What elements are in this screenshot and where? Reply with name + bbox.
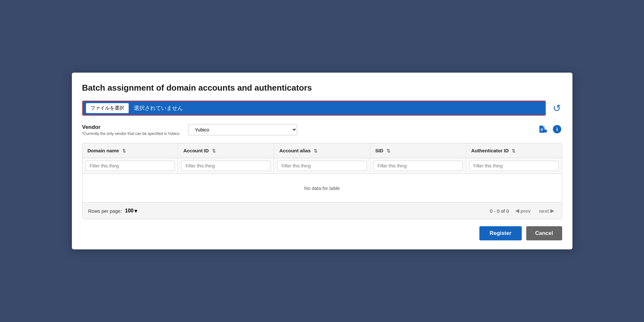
batch-assignment-modal: Batch assignment of domain accounts and … [72, 73, 572, 249]
filter-cell-account-alias [274, 158, 370, 174]
vendor-icons: → i [538, 124, 562, 134]
no-data-cell: No data for table [82, 174, 562, 203]
vendor-select-wrap: Yubico [188, 124, 297, 135]
pagination-row: Rows per page: 100 ▾ 0 - 0 of 0 ◀ prev n… [82, 202, 562, 219]
col-sid-label: SID [375, 148, 383, 153]
sort-icon-account-id[interactable]: ⇅ [212, 148, 216, 153]
filter-cell-domain [82, 158, 178, 174]
vendor-row: Vendor *Currently the only vendor that c… [82, 124, 562, 136]
filter-sid-input[interactable] [374, 161, 463, 171]
col-account-alias: Account alias ⇅ [274, 143, 370, 158]
table-header-row: Domain name ⇅ Account ID ⇅ Account alias… [82, 143, 562, 158]
svg-text:i: i [556, 126, 558, 132]
next-label: next [539, 208, 549, 214]
export-icon: → [538, 125, 547, 134]
sort-icon-account-alias[interactable]: ⇅ [314, 148, 317, 153]
modal-title: Batch assignment of domain accounts and … [82, 83, 562, 93]
svg-text:→: → [544, 130, 547, 133]
no-data-row: No data for table [82, 174, 562, 203]
filter-cell-sid [370, 158, 466, 174]
rows-per-page-label: Rows per page: [88, 208, 122, 214]
info-button[interactable]: i [552, 124, 562, 134]
sort-icon-domain[interactable]: ⇅ [122, 148, 126, 153]
file-input-wrapper: ファイルを選択 選択されていません [82, 101, 546, 116]
data-table-container: Domain name ⇅ Account ID ⇅ Account alias… [82, 143, 562, 219]
col-account-id-label: Account ID [183, 148, 209, 153]
col-sid: SID ⇅ [370, 143, 466, 158]
page-info-text: 0 - 0 of 0 [490, 208, 509, 214]
col-account-id: Account ID ⇅ [178, 143, 274, 158]
file-choose-button[interactable]: ファイルを選択 [86, 103, 129, 113]
actions-row: Register Cancel [82, 226, 562, 240]
vendor-label-block: Vendor *Currently the only vendor that c… [82, 124, 181, 136]
data-table: Domain name ⇅ Account ID ⇅ Account alias… [82, 143, 562, 202]
filter-domain-input[interactable] [86, 161, 175, 171]
cancel-button[interactable]: Cancel [526, 226, 562, 240]
svg-rect-3 [541, 129, 543, 129]
col-authenticator-id-label: Authenticator ID [471, 148, 509, 153]
col-domain-name: Domain name ⇅ [82, 143, 178, 158]
dropdown-icon: ▾ [134, 208, 137, 214]
filter-row [82, 158, 562, 174]
vendor-label: Vendor [82, 124, 181, 130]
vendor-select[interactable]: Yubico [188, 124, 297, 135]
pagination-info: 0 - 0 of 0 ◀ prev next ▶ [490, 207, 556, 214]
vendor-note: *Currently the only vendor that can be s… [82, 131, 181, 136]
sort-icon-authenticator-id[interactable]: ⇅ [512, 148, 515, 153]
reset-button[interactable]: ↺ [552, 101, 562, 115]
svg-rect-5 [541, 130, 542, 131]
file-no-selection-label: 選択されていません [132, 104, 183, 112]
filter-cell-account-id [178, 158, 274, 174]
rows-per-page-dropdown[interactable]: 100 ▾ [125, 208, 137, 214]
svg-rect-4 [541, 130, 543, 130]
export-button[interactable]: → [538, 124, 548, 134]
prev-arrow-icon: ◀ [515, 208, 519, 214]
rows-per-page-value: 100 [125, 208, 134, 214]
col-domain-name-label: Domain name [88, 148, 119, 153]
file-row: ファイルを選択 選択されていません ↺ [82, 101, 562, 116]
prev-label: prev [520, 208, 531, 214]
filter-authenticator-id-input[interactable] [469, 161, 559, 171]
filter-cell-authenticator-id [466, 158, 562, 174]
filter-account-id-input[interactable] [181, 161, 270, 171]
reset-icon: ↺ [553, 103, 561, 114]
col-account-alias-label: Account alias [279, 148, 311, 153]
col-authenticator-id: Authenticator ID ⇅ [466, 143, 562, 158]
sort-icon-sid[interactable]: ⇅ [387, 148, 390, 153]
next-arrow-icon: ▶ [550, 208, 554, 214]
rows-per-page: Rows per page: 100 ▾ [88, 208, 137, 214]
info-icon: i [553, 125, 562, 134]
prev-button[interactable]: ◀ prev [513, 207, 533, 214]
next-button[interactable]: next ▶ [537, 207, 556, 214]
file-input-inner: ファイルを選択 選択されていません [83, 101, 545, 115]
filter-account-alias-input[interactable] [277, 161, 366, 171]
register-button[interactable]: Register [479, 226, 522, 240]
